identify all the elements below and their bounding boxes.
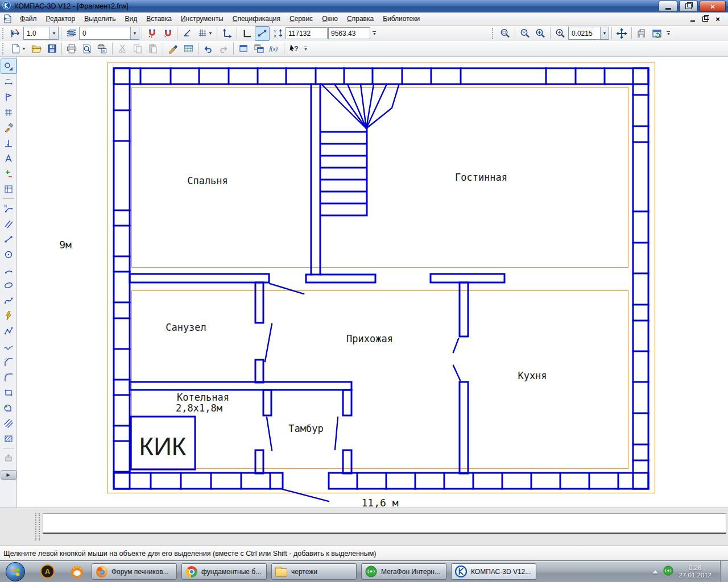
taskbar-item-firefox[interactable]: Форум печников...	[92, 563, 177, 580]
tool-circle-button[interactable]	[1, 247, 16, 262]
zoom-rect-icon[interactable]	[498, 26, 512, 41]
menu-window[interactable]: Окно	[317, 13, 342, 24]
copy-properties-button[interactable]	[166, 41, 180, 56]
toolbar-grip[interactable]	[2, 43, 5, 55]
zoom-in-icon[interactable]	[553, 26, 568, 41]
menu-tools[interactable]: Инструменты	[176, 13, 228, 24]
tool-parametrization-button[interactable]	[1, 135, 16, 151]
coords-yx-icon[interactable]: YX	[270, 26, 285, 41]
tool-geometry-button[interactable]	[1, 59, 16, 74]
tool-nurbs-button[interactable]	[1, 293, 16, 308]
redo-button[interactable]	[216, 41, 231, 56]
doc-close-button[interactable]: ×	[713, 15, 722, 23]
cut-button[interactable]	[115, 41, 130, 56]
zoom-fit-icon[interactable]	[533, 26, 548, 41]
taskbar-item-megafon[interactable]: МегаФон Интерн...	[361, 563, 446, 580]
tool-specification-button[interactable]	[1, 181, 16, 197]
clock[interactable]: 0:26 27.01.2012	[679, 564, 712, 579]
plan-labels[interactable]: Спальня Гостинная Санузел Прихожая Кухня…	[59, 172, 547, 508]
doc-minimize-button[interactable]	[688, 15, 697, 23]
menu-insert[interactable]: Вставка	[142, 13, 176, 24]
plan-walls[interactable]	[114, 68, 648, 501]
menu-libraries[interactable]: Библиотеки	[378, 13, 424, 24]
print-button[interactable]	[64, 41, 79, 56]
tool-curve-button[interactable]	[1, 339, 16, 354]
coord-y-field[interactable]: 9563.43	[328, 27, 370, 39]
zoom-combo[interactable]: 1.0 ▼	[23, 27, 59, 40]
zoom-pan-icon[interactable]	[518, 26, 532, 41]
panel-drag-handle[interactable]	[35, 513, 40, 541]
tool-editing-button[interactable]	[1, 120, 16, 135]
toolbar-grip[interactable]	[2, 28, 5, 39]
new-document-button[interactable]: ▼	[8, 41, 28, 56]
open-button[interactable]	[29, 41, 44, 56]
menu-view[interactable]: Вид	[121, 13, 142, 24]
local-csys-icon[interactable]	[220, 26, 234, 41]
paste-button[interactable]	[146, 41, 160, 56]
tool-arc-button[interactable]	[1, 262, 16, 277]
drawing-canvas[interactable]: Спальня Гостинная Санузел Прихожая Кухня…	[17, 57, 728, 508]
tool-chamfer-button[interactable]	[1, 354, 16, 369]
taskbar-item-chrome[interactable]: фундаментные б...	[181, 563, 267, 580]
scale-combo[interactable]: 0.0215 ▼	[568, 27, 609, 40]
properties-button[interactable]	[181, 41, 196, 56]
doc-size-icon[interactable]	[8, 26, 23, 41]
print-setup-button[interactable]	[95, 41, 110, 56]
show-desktop-button[interactable]	[720, 561, 728, 582]
refresh-view-icon[interactable]	[650, 26, 664, 41]
tool-measure-button[interactable]	[1, 151, 16, 166]
grid-icon[interactable]: ▼	[195, 26, 214, 41]
rebuild-icon[interactable]	[634, 26, 649, 41]
tool-ellipse-button[interactable]	[1, 277, 16, 293]
toolbar-overflow-icon[interactable]: ▼	[667, 31, 671, 35]
variables-fx-button[interactable]: f(x)	[267, 41, 282, 56]
tool-dimensions-button[interactable]	[1, 74, 16, 89]
tool-parallel-line-button[interactable]	[1, 216, 16, 231]
gom-player-icon[interactable]	[69, 564, 84, 579]
tool-broken-line-button[interactable]	[1, 308, 16, 323]
pan-icon[interactable]	[614, 26, 629, 41]
minimize-button[interactable]	[659, 1, 677, 12]
undo-button[interactable]	[201, 41, 216, 56]
toolbar-overflow-icon[interactable]: ▼	[304, 47, 308, 51]
context-help-button[interactable]: ?	[287, 41, 301, 56]
snap-magnet-icon[interactable]	[144, 26, 159, 41]
panel-expand-handle[interactable]: ▶	[1, 470, 16, 480]
menu-file[interactable]: Файл	[15, 13, 42, 24]
chevron-down-icon[interactable]: ▼	[49, 27, 58, 39]
tool-fillet-button[interactable]	[1, 369, 16, 385]
menu-editor[interactable]: Редактор	[42, 13, 80, 24]
message-panel[interactable]	[43, 513, 726, 534]
taskbar-item-kompas[interactable]: КОМПАС-3D V12...	[451, 563, 536, 580]
doc-restore-button[interactable]	[701, 15, 710, 23]
menu-service[interactable]: Сервис	[285, 13, 317, 24]
restore-button[interactable]	[679, 1, 698, 12]
angle-snap-icon[interactable]	[180, 26, 195, 41]
toolbar-grip[interactable]	[492, 28, 495, 39]
new-window-button[interactable]	[236, 41, 251, 56]
tool-hatch-lines-button[interactable]	[1, 415, 16, 431]
tool-polyline-button[interactable]	[1, 323, 16, 339]
tool-disabled-button[interactable]	[1, 450, 16, 465]
menu-help[interactable]: Справка	[342, 13, 378, 24]
tool-selection-button[interactable]	[1, 166, 16, 181]
local-snap-magnet-icon[interactable]	[160, 26, 175, 41]
coord-x-field[interactable]: 117132	[286, 27, 328, 39]
tool-hatch-button[interactable]	[1, 431, 16, 446]
toolbar-overflow-icon[interactable]: ▼	[373, 31, 377, 35]
tool-auxiliary-line-button[interactable]: N	[1, 201, 16, 216]
copy-button[interactable]	[130, 41, 145, 56]
start-button[interactable]	[6, 562, 25, 581]
layer-combo[interactable]: 0 ▼	[79, 27, 139, 40]
tool-collect-contour-button[interactable]	[1, 400, 16, 415]
document-icon[interactable]	[3, 14, 12, 23]
ortho-icon[interactable]	[239, 26, 254, 41]
plan-frame[interactable]	[107, 63, 655, 493]
tray-megafon-icon[interactable]	[663, 566, 673, 577]
taskbar-item-folder[interactable]: чертежи	[271, 563, 357, 580]
tool-grid-designations-button[interactable]	[1, 105, 16, 120]
chevron-down-icon[interactable]: ▼	[600, 27, 609, 39]
window-layout-button[interactable]	[251, 41, 266, 56]
menu-select[interactable]: Выделить	[80, 13, 120, 24]
tool-designations-button[interactable]	[1, 89, 16, 105]
